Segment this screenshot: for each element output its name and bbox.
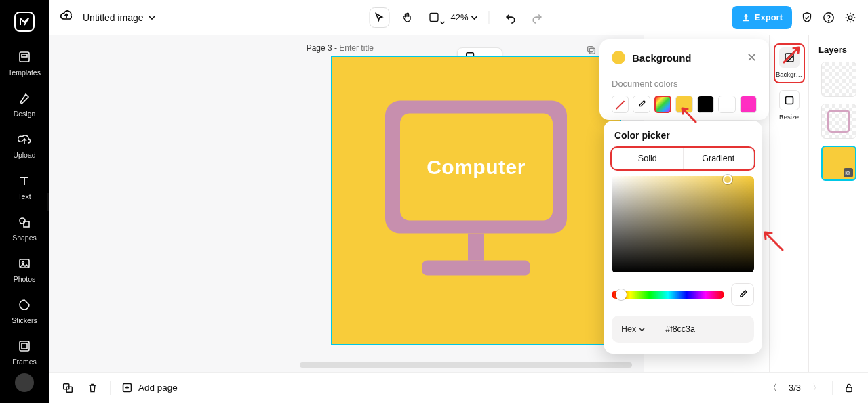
layer-thumb-text[interactable] xyxy=(821,62,856,97)
swatch-black[interactable] xyxy=(697,96,714,113)
rail-text[interactable]: Text xyxy=(0,174,49,200)
svg-point-12 xyxy=(848,16,852,19)
rail-photos[interactable]: Photos xyxy=(0,257,49,283)
left-rail: Templates Design Upload Text Shapes Phot… xyxy=(0,0,49,403)
saturation-value-field[interactable] xyxy=(612,176,754,272)
rail-shapes-label: Shapes xyxy=(0,234,49,242)
document-title[interactable]: Untitled image xyxy=(83,12,156,23)
chevron-down-icon xyxy=(148,14,156,22)
rail-text-label: Text xyxy=(0,192,49,200)
prev-page[interactable]: 〈 xyxy=(767,382,779,394)
page-tools-column: Backgr… Resize xyxy=(769,35,808,372)
svg-rect-8 xyxy=(22,343,27,349)
swatch-yellow[interactable] xyxy=(675,96,692,113)
background-panel: Background ✕ Document colors xyxy=(599,39,769,120)
upload-icon xyxy=(0,133,49,148)
tab-gradient[interactable]: Gradient xyxy=(684,148,754,169)
bottombar-left: Add page xyxy=(61,381,178,395)
hue-slider[interactable] xyxy=(612,291,724,299)
close-icon[interactable]: ✕ xyxy=(747,50,757,65)
cloud-sync-icon[interactable] xyxy=(60,9,73,26)
shield-icon[interactable] xyxy=(800,11,814,24)
tab-solid[interactable]: Solid xyxy=(612,148,684,169)
shapes-icon xyxy=(0,215,49,231)
add-page-label: Add page xyxy=(138,383,178,393)
swatch-eyedropper[interactable] xyxy=(633,96,650,113)
layers-title: Layers xyxy=(809,35,868,62)
help-icon[interactable] xyxy=(822,11,835,24)
zoom-level[interactable]: 42% xyxy=(450,12,477,22)
svg-rect-17 xyxy=(785,97,793,104)
select-tool[interactable] xyxy=(369,7,389,28)
background-icon xyxy=(779,47,800,68)
rail-stickers-label: Stickers xyxy=(0,316,49,324)
rail-shapes[interactable]: Shapes xyxy=(0,215,49,242)
canvas-content: Computer xyxy=(339,64,613,337)
hand-tool[interactable] xyxy=(396,7,416,28)
topbar-center: 42% xyxy=(369,7,547,28)
bottombar-right: 〈 3/3 〉 xyxy=(767,381,856,395)
canvas[interactable]: Computer xyxy=(331,56,621,345)
hex-value[interactable]: #f8cc3a xyxy=(665,324,695,334)
text-icon xyxy=(0,174,49,190)
document-colors-label: Document colors xyxy=(612,79,757,89)
horizontal-scrollbar[interactable] xyxy=(300,362,632,368)
hex-row[interactable]: Hex #f8cc3a xyxy=(612,316,754,343)
frames-icon xyxy=(0,339,49,355)
plus-page-icon xyxy=(121,382,133,394)
redo-button[interactable] xyxy=(528,7,548,28)
layer-thumb-shape[interactable] xyxy=(821,104,856,139)
canvas-area[interactable]: Page 3 - ··· ··· Computer xyxy=(49,35,644,372)
canvas-text[interactable]: Computer xyxy=(427,156,526,179)
hue-thumb[interactable] xyxy=(616,289,627,300)
background-color-dot xyxy=(612,51,625,64)
resize-icon xyxy=(779,90,800,110)
topbar: Untitled image 42% Export xyxy=(49,0,868,35)
bottombar: Add page 〈 3/3 〉 xyxy=(49,372,868,403)
sv-thumb[interactable] xyxy=(723,175,732,184)
export-button[interactable]: Export xyxy=(732,6,792,29)
rail-avatar[interactable] xyxy=(15,373,34,392)
svg-point-11 xyxy=(828,20,829,20)
export-label: Export xyxy=(755,12,783,22)
hex-label[interactable]: Hex xyxy=(621,324,645,334)
add-page-button[interactable]: Add page xyxy=(121,382,178,394)
settings-icon[interactable] xyxy=(844,11,857,24)
svg-rect-21 xyxy=(846,387,852,391)
undo-button[interactable] xyxy=(500,7,521,28)
topbar-right: Export xyxy=(732,6,857,29)
rail-design-label: Design xyxy=(0,110,49,118)
stickers-icon xyxy=(0,298,49,314)
crop-tool[interactable] xyxy=(423,7,443,28)
rail-upload-label: Upload xyxy=(0,151,49,159)
delete-icon[interactable] xyxy=(85,381,99,395)
page-title-input[interactable] xyxy=(339,43,387,53)
swatch-none[interactable] xyxy=(612,96,629,113)
resize-tool-label: Resize xyxy=(774,113,805,121)
photos-icon xyxy=(0,257,49,272)
rail-templates[interactable]: Templates xyxy=(0,50,49,77)
eyedropper-button[interactable] xyxy=(731,283,754,306)
svg-rect-14 xyxy=(588,47,593,52)
svg-rect-9 xyxy=(430,14,438,22)
background-tool[interactable]: Backgr… xyxy=(774,43,805,83)
rail-stickers[interactable]: Stickers xyxy=(0,298,49,324)
rail-frames[interactable]: Frames xyxy=(0,339,49,366)
tab-gradient-label: Gradient xyxy=(702,154,734,163)
swatch-magenta[interactable] xyxy=(740,96,757,113)
page-label[interactable]: Page 3 - xyxy=(307,43,387,53)
chevron-down-icon xyxy=(471,14,478,21)
layer-thumb-background[interactable]: ▨ xyxy=(821,146,856,181)
svg-rect-7 xyxy=(20,341,29,351)
rail-frames-label: Frames xyxy=(0,358,49,366)
swatch-white[interactable] xyxy=(718,96,735,113)
resize-tool[interactable]: Resize xyxy=(774,87,805,125)
swatch-color-picker[interactable] xyxy=(654,96,671,113)
app-logo[interactable] xyxy=(11,8,38,35)
computer-shape[interactable]: Computer xyxy=(385,101,567,282)
lock-icon[interactable] xyxy=(842,381,856,395)
main-area: Page 3 - ··· ··· Computer Layers xyxy=(49,35,868,372)
rail-upload[interactable]: Upload xyxy=(0,133,49,159)
pages-grid-icon[interactable] xyxy=(61,381,75,395)
rail-design[interactable]: Design xyxy=(0,91,49,118)
